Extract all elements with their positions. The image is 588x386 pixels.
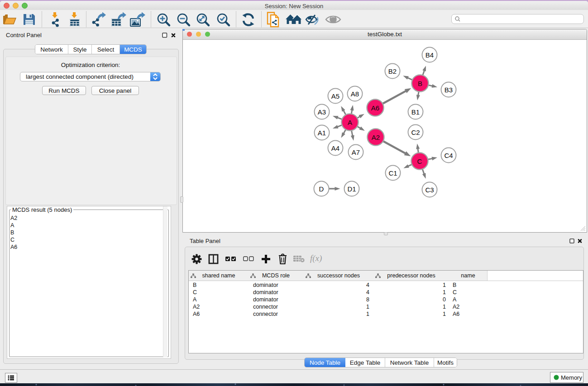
svg-text:B1: B1 bbox=[411, 108, 420, 116]
svg-text:C4: C4 bbox=[444, 152, 453, 159]
svg-text:A: A bbox=[348, 119, 352, 126]
svg-text:A3: A3 bbox=[318, 108, 326, 116]
svg-text:A2: A2 bbox=[372, 133, 380, 141]
svg-text:C1: C1 bbox=[388, 169, 397, 177]
svg-text:D1: D1 bbox=[347, 185, 356, 193]
svg-text:D: D bbox=[319, 185, 324, 193]
svg-text:B4: B4 bbox=[425, 51, 434, 59]
svg-text:A5: A5 bbox=[331, 92, 339, 100]
svg-text:B3: B3 bbox=[445, 86, 453, 94]
svg-text:A7: A7 bbox=[352, 148, 360, 156]
svg-text:B2: B2 bbox=[388, 67, 397, 75]
svg-text:B: B bbox=[418, 80, 422, 87]
svg-text:C3: C3 bbox=[425, 186, 434, 194]
svg-text:C: C bbox=[417, 157, 422, 165]
svg-text:A4: A4 bbox=[331, 144, 339, 152]
svg-text:C2: C2 bbox=[411, 129, 420, 136]
svg-text:A8: A8 bbox=[351, 90, 359, 98]
svg-text:A6: A6 bbox=[371, 104, 379, 112]
svg-text:A1: A1 bbox=[318, 129, 326, 137]
